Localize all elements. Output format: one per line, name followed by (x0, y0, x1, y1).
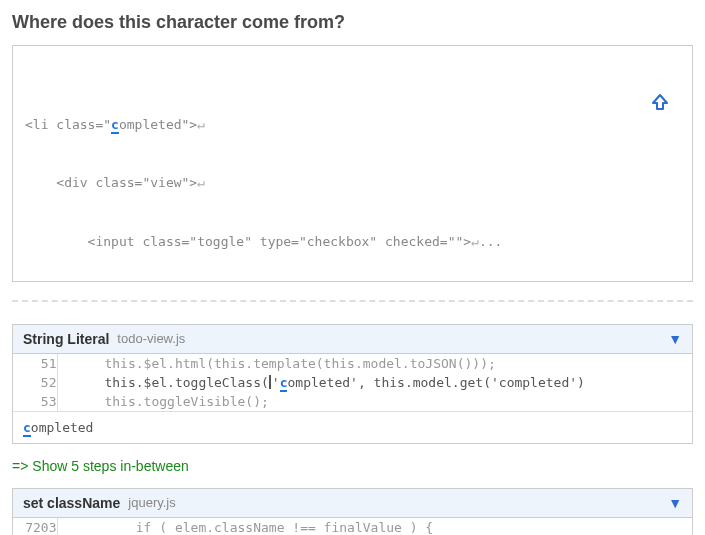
page-title: Where does this character come from? (12, 12, 693, 33)
panel-title: String Literal (23, 331, 109, 347)
code-block: 7203 if ( elem.className !== finalValue … (13, 518, 692, 536)
code-line: this.toggleVisible(); (57, 392, 692, 411)
code-row: 7203 if ( elem.className !== finalValue … (13, 518, 692, 536)
question-line-1: <li class="completed">↵ (25, 115, 680, 135)
collapse-icon[interactable]: ▼ (668, 495, 682, 511)
arrow-icon: => (12, 458, 28, 474)
highlighted-char: c (23, 420, 31, 437)
panel-filename: jquery.js (128, 495, 175, 510)
trace-panel: String Literal todo-view.js ▼ 51 this.$e… (12, 324, 693, 444)
return-icon: ↵ (471, 234, 479, 249)
panel-footer: completed (13, 411, 692, 443)
trace-panel: set className jquery.js ▼ 7203 if ( elem… (12, 488, 693, 536)
line-number: 52 (13, 373, 57, 392)
show-steps-link[interactable]: =>Show 5 steps in-between (12, 458, 693, 474)
code-line-active: this.$el.toggleClass('completed', this.m… (57, 373, 692, 392)
question-line-3: <input class="toggle" type="checkbox" ch… (25, 232, 680, 252)
highlighted-char: c (111, 117, 119, 134)
line-number: 53 (13, 392, 57, 411)
code-block: 51 this.$el.html(this.template(this.mode… (13, 354, 692, 411)
code-line: if ( elem.className !== finalValue ) { (57, 518, 692, 536)
panel-title: set className (23, 495, 120, 511)
code-row: 53 this.toggleVisible(); (13, 392, 692, 411)
code-row: 52 this.$el.toggleClass('completed', thi… (13, 373, 692, 392)
line-number: 7203 (13, 518, 57, 536)
return-icon: ↵ (197, 117, 205, 132)
code-row: 51 this.$el.html(this.template(this.mode… (13, 354, 692, 373)
cursor-icon (269, 375, 271, 389)
question-line-2: <div class="view">↵ (25, 173, 680, 193)
return-icon: ↵ (197, 175, 205, 190)
line-number: 51 (13, 354, 57, 373)
section-divider (12, 300, 693, 302)
panel-filename: todo-view.js (117, 331, 185, 346)
panel-header[interactable]: set className jquery.js ▼ (13, 489, 692, 518)
code-line: this.$el.html(this.template(this.model.t… (57, 354, 692, 373)
panel-header[interactable]: String Literal todo-view.js ▼ (13, 325, 692, 354)
question-code-box: <li class="completed">↵ <div class="view… (12, 45, 693, 282)
scroll-up-icon[interactable] (651, 54, 682, 150)
collapse-icon[interactable]: ▼ (668, 331, 682, 347)
